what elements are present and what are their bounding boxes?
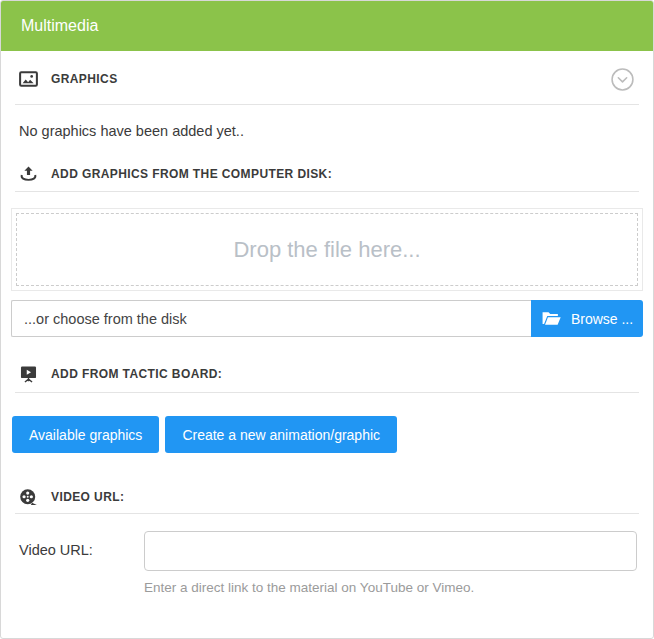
tactic-board-title: ADD FROM TACTIC BOARD: [51, 367, 222, 381]
video-url-row: Video URL: Enter a direct link to the ma… [11, 531, 643, 595]
file-path-input[interactable] [11, 300, 531, 337]
tactic-board-icon [19, 365, 38, 384]
graphics-empty-message: No graphics have been added yet.. [19, 123, 643, 139]
add-from-disk-title: ADD GRAPHICS FROM THE COMPUTER DISK: [51, 167, 332, 181]
image-icon [19, 71, 38, 87]
panel-body: GRAPHICS No graphics have been added yet… [1, 64, 653, 595]
divider [15, 392, 639, 393]
tactic-board-buttons: Available graphics Create a new animatio… [11, 416, 643, 453]
browse-button-label: Browse ... [571, 311, 633, 327]
graphics-title: GRAPHICS [51, 72, 118, 86]
video-url-label: Video URL: [19, 531, 144, 558]
section-video-url-header: VIDEO URL: [11, 488, 643, 506]
video-url-input[interactable] [144, 531, 637, 571]
video-url-help-text: Enter a direct link to the material on Y… [144, 580, 637, 595]
available-graphics-button[interactable]: Available graphics [12, 416, 159, 453]
file-picker-group: Browse ... [11, 300, 643, 337]
dropzone-text: Drop the file here... [233, 237, 420, 263]
section-add-from-disk-header: ADD GRAPHICS FROM THE COMPUTER DISK: [11, 165, 643, 183]
file-dropzone[interactable]: Drop the file here... [11, 208, 643, 291]
film-reel-icon [19, 488, 38, 507]
panel-title: Multimedia [21, 17, 98, 35]
dropzone-inner: Drop the file here... [16, 213, 638, 286]
upload-icon [19, 165, 38, 184]
section-tactic-board-header: ADD FROM TACTIC BOARD: [11, 365, 643, 383]
graphics-heading: GRAPHICS [19, 71, 118, 87]
browse-button[interactable]: Browse ... [531, 300, 643, 337]
create-animation-button[interactable]: Create a new animation/graphic [165, 416, 397, 453]
multimedia-panel: Multimedia GRAPHICS [0, 0, 654, 639]
divider [15, 104, 639, 105]
divider [15, 191, 639, 192]
panel-header: Multimedia [1, 1, 653, 51]
video-url-field: Enter a direct link to the material on Y… [144, 531, 637, 595]
chevron-down-icon[interactable] [610, 67, 635, 92]
folder-open-icon [541, 310, 562, 327]
divider [15, 513, 639, 514]
section-graphics-header[interactable]: GRAPHICS [11, 64, 643, 94]
video-url-title: VIDEO URL: [51, 490, 124, 504]
